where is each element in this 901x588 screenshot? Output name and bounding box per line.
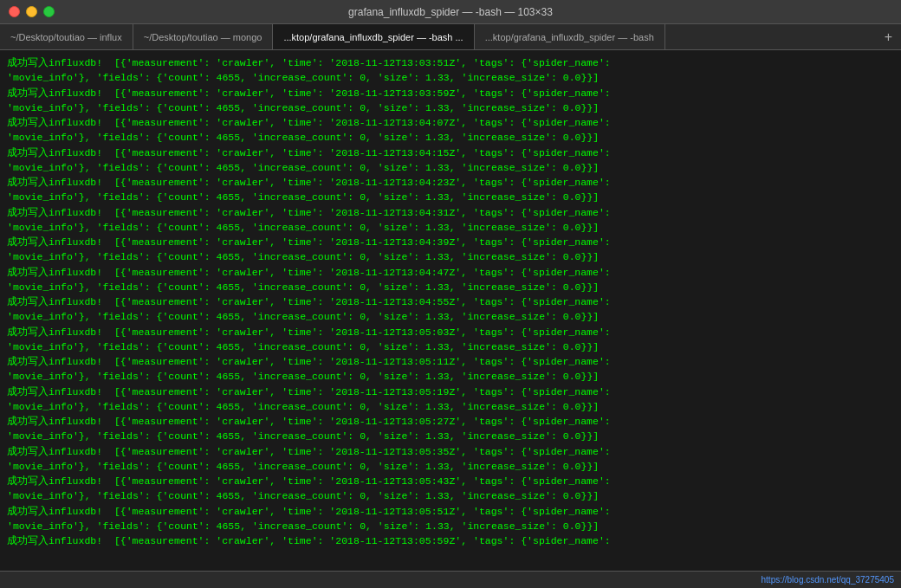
terminal-line: 'movie_info'}, 'fields': {'count': 4655,…: [7, 459, 894, 474]
minimize-button[interactable]: [26, 6, 37, 17]
terminal-line: 成功写入influxdb! [{'measurement': 'crawler'…: [7, 205, 894, 220]
statusbar-url[interactable]: https://blog.csdn.net/qq_37275405: [762, 575, 894, 585]
statusbar: https://blog.csdn.net/qq_37275405: [0, 571, 901, 588]
terminal-line: 'movie_info'}, 'fields': {'count': 4655,…: [7, 220, 894, 235]
tab-spider-2[interactable]: ...ktop/grafana_influxdb_spider — -bash: [475, 24, 665, 49]
terminal-line: 成功写入influxdb! [{'measurement': 'crawler'…: [7, 145, 894, 160]
terminal-line: 成功写入influxdb! [{'measurement': 'crawler'…: [7, 325, 894, 339]
terminal-line: 'movie_info'}, 'fields': {'count': 4655,…: [7, 249, 894, 264]
terminal-line: 'movie_info'}, 'fields': {'count': 4655,…: [7, 280, 894, 294]
terminal-line: 成功写入influxdb! [{'measurement': 'crawler'…: [7, 294, 894, 309]
terminal-line: 成功写入influxdb! [{'measurement': 'crawler'…: [7, 533, 894, 548]
terminal-output: 成功写入influxdb! [{'measurement': 'crawler'…: [0, 50, 901, 571]
terminal-line: 成功写入influxdb! [{'measurement': 'crawler'…: [7, 265, 894, 280]
tab-influx-label: ~/Desktop/toutiao — influx: [10, 32, 122, 42]
terminal-line: 'movie_info'}, 'fields': {'count': 4655,…: [7, 339, 894, 354]
terminal-line: 成功写入influxdb! [{'measurement': 'crawler'…: [7, 55, 894, 70]
terminal-line: 'movie_info'}, 'fields': {'count': 4655,…: [7, 369, 894, 384]
terminal-line: 成功写入influxdb! [{'measurement': 'crawler'…: [7, 474, 894, 488]
terminal-line: 成功写入influxdb! [{'measurement': 'crawler'…: [7, 86, 894, 100]
new-tab-button[interactable]: +: [876, 24, 901, 49]
terminal-line: 成功写入influxdb! [{'measurement': 'crawler'…: [7, 115, 894, 130]
tab-influx[interactable]: ~/Desktop/toutiao — influx: [0, 24, 133, 49]
terminal-line: 成功写入influxdb! [{'measurement': 'crawler'…: [7, 354, 894, 369]
tab-mongo-label: ~/Desktop/toutiao — mongo: [144, 32, 263, 42]
titlebar: grafana_influxdb_spider — -bash — 103×33: [0, 0, 901, 24]
terminal-line: 'movie_info'}, 'fields': {'count': 4655,…: [7, 160, 894, 175]
maximize-button[interactable]: [43, 6, 55, 17]
terminal-line: 成功写入influxdb! [{'measurement': 'crawler'…: [7, 235, 894, 249]
terminal-line: 'movie_info'}, 'fields': {'count': 4655,…: [7, 488, 894, 503]
terminal-line: 成功写入influxdb! [{'measurement': 'crawler'…: [7, 444, 894, 459]
window-title: grafana_influxdb_spider — -bash — 103×33: [348, 6, 553, 18]
tab-spider-active[interactable]: ...ktop/grafana_influxdb_spider — -bash …: [273, 24, 474, 49]
terminal-line: 成功写入influxdb! [{'measurement': 'crawler'…: [7, 384, 894, 399]
terminal-line: 'movie_info'}, 'fields': {'count': 4655,…: [7, 190, 894, 204]
terminal-line: 'movie_info'}, 'fields': {'count': 4655,…: [7, 309, 894, 324]
tab-spider-2-label: ...ktop/grafana_influxdb_spider — -bash: [485, 32, 654, 42]
tab-spider-active-label: ...ktop/grafana_influxdb_spider — -bash …: [283, 32, 463, 42]
close-button[interactable]: [9, 6, 20, 17]
terminal-line: 'movie_info'}, 'fields': {'count': 4655,…: [7, 100, 894, 115]
terminal-line: 成功写入influxdb! [{'measurement': 'crawler'…: [7, 504, 894, 519]
terminal-line: 成功写入influxdb! [{'measurement': 'crawler'…: [7, 414, 894, 429]
tab-mongo[interactable]: ~/Desktop/toutiao — mongo: [133, 24, 274, 49]
terminal-line: 'movie_info'}, 'fields': {'count': 4655,…: [7, 519, 894, 533]
terminal-line: 成功写入influxdb! [{'measurement': 'crawler'…: [7, 175, 894, 190]
terminal-line: 'movie_info'}, 'fields': {'count': 4655,…: [7, 130, 894, 145]
terminal-line: 'movie_info'}, 'fields': {'count': 4655,…: [7, 429, 894, 443]
window-controls: [9, 6, 55, 17]
terminal-line: 'movie_info'}, 'fields': {'count': 4655,…: [7, 399, 894, 414]
tabbar: ~/Desktop/toutiao — influx ~/Desktop/tou…: [0, 24, 901, 50]
terminal-line: 'movie_info'}, 'fields': {'count': 4655,…: [7, 70, 894, 85]
